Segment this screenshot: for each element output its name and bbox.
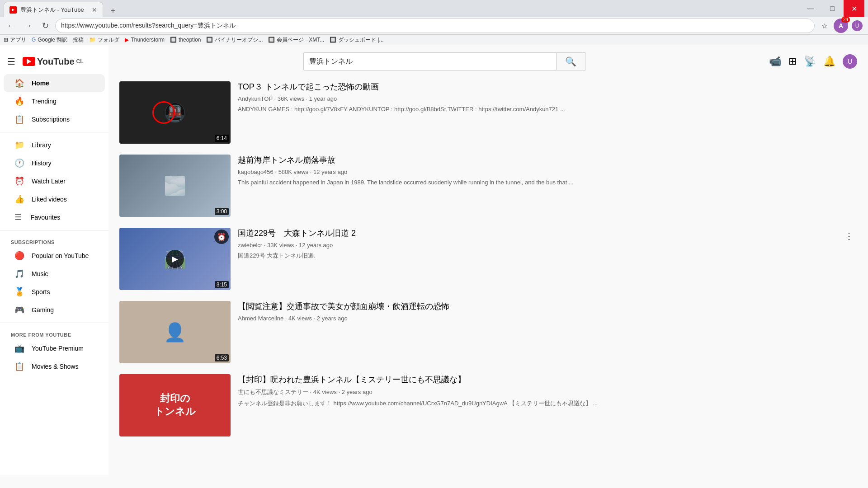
hamburger-menu-button[interactable]: ☰ <box>7 56 15 67</box>
bookmark-binary[interactable]: 🔲 バイナリーオプシ... <box>206 36 263 44</box>
search-button[interactable]: 🔍 <box>557 52 585 70</box>
user-icon[interactable]: U <box>850 19 864 33</box>
bookmark-member[interactable]: 🔲 会員ページ - XMT... <box>268 36 324 44</box>
video-title[interactable]: TOP３ トンネルで起こった恐怖の動画 <box>238 81 843 93</box>
main-content: 豊浜トンネル 🔍 📹 ⊞ 📡 🔔 U <box>108 45 868 475</box>
video-meta: kagobago456 · 580K views · 12 years ago <box>238 169 843 175</box>
bookmark-dashboard[interactable]: 🔲 ダッシュボード |... <box>330 36 383 44</box>
red-circle-indicator <box>152 101 175 124</box>
sidebar-item-gaming[interactable]: 🎮 Gaming <box>4 301 105 319</box>
bookmark-apps[interactable]: ⊞ アプリ <box>4 36 26 44</box>
sidebar-item-popular[interactable]: 🔴 Popular on YouTube <box>4 247 105 265</box>
video-thumbnail[interactable]: 👤 <box>119 301 231 363</box>
sidebar-divider-1 <box>0 132 108 132</box>
sidebar-item-liked-videos[interactable]: 👍 Liked videos <box>4 190 105 208</box>
sidebar-label: Watch Later <box>32 178 66 185</box>
bookmark-post[interactable]: 投稿 <box>73 36 84 44</box>
apps-grid-icon[interactable]: ⊞ <box>788 56 797 67</box>
user-avatar[interactable]: U <box>843 54 857 69</box>
bookmark-star-icon[interactable]: ☆ <box>817 19 832 33</box>
tab-title: 豊浜トンネル - YouTube <box>20 6 84 14</box>
sidebar-item-library[interactable]: 📁 Library <box>4 136 105 154</box>
sidebar-item-movies[interactable]: 📋 Movies & Shows <box>4 357 105 375</box>
video-item[interactable]: 封印のトンネル 【封印】呪われた豊浜トンネル【ミステリー世にも不思議な】 世にも… <box>119 369 857 442</box>
sidebar-item-watch-later[interactable]: ⏰ Watch Later <box>4 172 105 190</box>
sidebar: ☰ YouTube CL 🏠 Home 🔥 Trending 📋 Subscri… <box>0 45 108 475</box>
thumbnail-container: 🛣️ ▶ 3:15 ⏰ <box>119 228 231 290</box>
notification-badge: 24 <box>841 17 850 23</box>
video-meta: Ahmed Marceline · 4K views · 2 years ago <box>238 315 843 322</box>
video-thumbnail[interactable]: 封印のトンネル <box>119 374 231 436</box>
youtube-logo[interactable]: YouTube CL <box>23 56 84 67</box>
forward-button[interactable]: → <box>21 19 35 33</box>
video-description: This painful accident happened in Japan … <box>238 178 843 187</box>
video-title[interactable]: 【閲覧注意】交通事故で美女が顔面崩壊・飲酒運転の恐怖 <box>238 301 843 312</box>
profile-icon[interactable]: A 24 <box>834 19 848 33</box>
browser-titlebar: ▶ 豊浜トンネル - YouTube ✕ + — □ ✕ <box>0 0 868 17</box>
sidebar-item-home[interactable]: 🏠 Home <box>4 74 105 92</box>
video-item[interactable]: 🛣️ ▶ 3:15 ⏰ 国道229号 大森トンネル旧道 2 zwiebelcr … <box>119 222 857 296</box>
video-list: 🚇 6:14 TOP３ トンネルで起こった恐怖の動画 AndykunTOP · … <box>119 76 857 442</box>
video-title[interactable]: 【封印】呪われた豊浜トンネル【ミステリー世にも不思議な】 <box>238 374 843 385</box>
bookmark-folder[interactable]: 📁 フォルダ <box>89 36 119 44</box>
sidebar-item-trending[interactable]: 🔥 Trending <box>4 92 105 110</box>
search-bar[interactable]: 豊浜トンネル <box>303 52 557 70</box>
bookmark-label: フォルダ <box>98 36 119 44</box>
refresh-button[interactable]: ↻ <box>38 19 52 33</box>
bookmark-translate[interactable]: G Google 翻訳 <box>32 36 67 44</box>
cast-icon[interactable]: 📡 <box>804 56 816 67</box>
sidebar-item-favourites[interactable]: ☰ Favourites <box>4 208 105 226</box>
video-title[interactable]: 越前海岸トンネル崩落事故 <box>238 155 843 166</box>
video-item[interactable]: 👤 6:53 【閲覧注意】交通事故で美女が顔面崩壊・飲酒運転の恐怖 Ahmed … <box>119 296 857 369</box>
thumbnail-container: 🚇 6:14 <box>119 81 231 144</box>
sidebar-label: Sports <box>32 288 50 296</box>
favourites-icon: ☰ <box>14 212 24 222</box>
sidebar-item-sports[interactable]: 🏅 Sports <box>4 283 105 301</box>
video-duration: 3:00 <box>215 208 229 215</box>
premium-icon: 📺 <box>14 343 24 353</box>
video-duration: 6:53 <box>215 354 229 361</box>
sidebar-item-subscriptions[interactable]: 📋 Subscriptions <box>4 110 105 128</box>
bookmark-label: Google 翻訳 <box>38 36 67 44</box>
thumb-image: 🌫️ <box>119 155 231 217</box>
youtube-logo-icon <box>23 57 35 66</box>
sidebar-item-history[interactable]: 🕐 History <box>4 154 105 172</box>
sidebar-label: Gaming <box>32 306 54 314</box>
tab-close-button[interactable]: ✕ <box>92 6 97 14</box>
sidebar-label: Favourites <box>31 214 60 221</box>
video-item[interactable]: 🌫️ 3:00 越前海岸トンネル崩落事故 kagobago456 · 580K … <box>119 149 857 222</box>
bookmark-theoption[interactable]: 🔲 theoption <box>170 37 201 43</box>
more-section-title: MORE FROM YOUTUBE <box>0 327 108 339</box>
video-item[interactable]: 🚇 6:14 TOP３ トンネルで起こった恐怖の動画 AndykunTOP · … <box>119 76 857 149</box>
browser-chrome: ▶ 豊浜トンネル - YouTube ✕ + — □ ✕ ← → ↻ https… <box>0 0 868 45</box>
yt-header: ☰ YouTube CL <box>0 49 108 74</box>
video-thumbnail[interactable]: 🚇 <box>119 81 231 144</box>
gaming-icon: 🎮 <box>14 305 24 315</box>
back-button[interactable]: ← <box>4 19 18 33</box>
video-info: TOP３ トンネルで起こった恐怖の動画 AndykunTOP · 36K vie… <box>238 81 857 144</box>
sidebar-label: Popular on YouTube <box>32 252 89 259</box>
sidebar-item-music[interactable]: 🎵 Music <box>4 265 105 283</box>
bookmark-label: theoption <box>179 37 201 43</box>
watch-later-icon[interactable]: ⏰ <box>214 230 229 244</box>
browser-tab-active[interactable]: ▶ 豊浜トンネル - YouTube ✕ <box>4 2 103 17</box>
minimize-button[interactable]: — <box>800 0 821 17</box>
play-button[interactable]: ▶ <box>166 250 184 268</box>
maximize-button[interactable]: □ <box>822 0 843 17</box>
video-menu-button[interactable]: ⋮ <box>841 228 857 244</box>
new-tab-button[interactable]: + <box>107 5 119 17</box>
close-button[interactable]: ✕ <box>844 0 864 17</box>
browser-toolbar: ← → ↻ https://www.youtube.com/results?se… <box>0 17 868 35</box>
video-camera-icon[interactable]: 📹 <box>769 56 781 67</box>
sidebar-item-premium[interactable]: 📺 YouTube Premium <box>4 339 105 357</box>
video-info: 越前海岸トンネル崩落事故 kagobago456 · 580K views · … <box>238 155 857 217</box>
notifications-icon[interactable]: 🔔 <box>823 56 835 67</box>
youtube-logo-text: YouTube <box>37 56 75 67</box>
home-icon: 🏠 <box>14 78 24 88</box>
bookmark-thunderstorm[interactable]: ▶ Thunderstorm <box>125 37 165 43</box>
video-thumbnail[interactable]: 🌫️ <box>119 155 231 217</box>
address-bar[interactable]: https://www.youtube.com/results?search_q… <box>55 19 815 33</box>
video-duration: 6:14 <box>215 135 229 142</box>
popular-icon: 🔴 <box>14 251 24 261</box>
video-title[interactable]: 国道229号 大森トンネル旧道 2 <box>238 228 843 239</box>
